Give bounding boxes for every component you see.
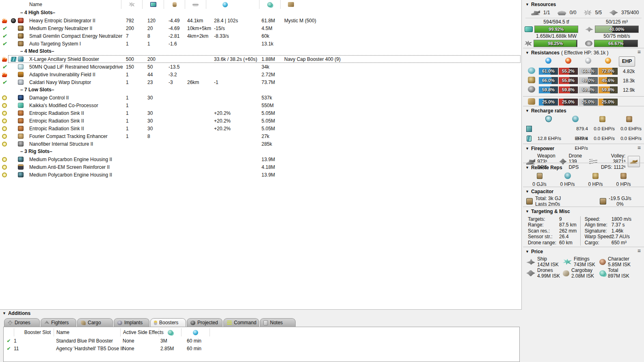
fitting-row[interactable]: Entropic Radiation Sink II130+20.2%5.05M	[0, 117, 521, 125]
collapse-triangle-icon: ▼	[2, 311, 6, 315]
resistances-menu-icon[interactable]: ≡	[638, 49, 641, 55]
booster-slot-column-header[interactable]: Booster Slot	[14, 328, 54, 336]
cpu-value: 50	[142, 64, 164, 70]
remote-armor-icon	[592, 173, 599, 179]
booster-price-column-header[interactable]	[159, 328, 181, 336]
powergrid-column-header[interactable]	[121, 0, 142, 9]
neutralizer-module-icon	[18, 26, 24, 31]
ammo-value: Navy Cap Booster 400 (9)	[280, 56, 521, 62]
active-check-icon[interactable]	[0, 40, 9, 47]
price-label: Character	[608, 256, 629, 262]
fitting-row[interactable]: Nanofiber Internal Structure II285k	[0, 140, 521, 148]
boosters-panel: Booster Slot Name Active Side Effects 1S…	[3, 327, 520, 362]
hardpoints-row: 1/10/05/5375/400	[523, 8, 644, 17]
tab-cargo[interactable]: Cargo	[77, 318, 113, 327]
price-menu-icon[interactable]: ≡	[638, 248, 641, 254]
booster-row[interactable]: 11Agency 'Hardshell' TB5 Dose IINone2.85…	[4, 345, 519, 352]
active-check-icon[interactable]	[0, 32, 9, 40]
targeting-stat: Signature:1.46k	[585, 228, 644, 234]
fitting-row[interactable]: Auto Targeting System I11-1.613.1k	[0, 40, 521, 47]
capacitor-header[interactable]: ▼Capacitor	[523, 187, 644, 195]
resistances-header[interactable]: ▼ Resistances ( Effective HP: 36.1k ) ≡	[523, 48, 644, 56]
booster-side-effects-column-header[interactable]: Active Side Effects	[120, 328, 159, 336]
recharge-value: 879.4 EHP/s	[562, 134, 589, 143]
passive-ring-icon[interactable]	[0, 125, 9, 132]
name-column-header[interactable]: Name	[28, 0, 121, 9]
fitting-row[interactable]: Medium Energy Neutralizer II20020-4.6910…	[0, 24, 521, 32]
fitting-row[interactable]: Entropic Radiation Sink II130+20.2%5.05M	[0, 125, 521, 132]
powergrid-value: 792	[121, 18, 142, 24]
cpu-value: 120	[142, 18, 164, 24]
fitting-row[interactable]: X-Large Ancillary Shield Booster50020033…	[0, 55, 521, 63]
fitting-row[interactable]: Fourier Compact Tracking Enhancer1827k	[0, 132, 521, 140]
passive-ring-icon[interactable]	[0, 94, 9, 101]
active-check-icon[interactable]	[0, 63, 9, 71]
additions-header[interactable]: ▼ Additions	[2, 310, 30, 316]
fitting-row[interactable]: Caldari Navy Warp Disruptor123-326km-173…	[0, 78, 521, 86]
ehp-toggle-button[interactable]: EHP	[619, 56, 635, 67]
dronebay-usage-label: 50/125 m³	[595, 19, 639, 25]
shield-resist-bar: 72.0%	[599, 68, 618, 75]
powergrid-value: 1	[121, 95, 142, 101]
firepower-menu-icon[interactable]: ≡	[638, 145, 641, 151]
price-header[interactable]: ▼Price≡	[523, 247, 644, 255]
fitting-row[interactable]: Kaikka's Modified Co-Processor1550M	[0, 101, 521, 109]
ammo-column-header[interactable]	[280, 0, 521, 9]
hull-resist-value: 59.8%	[559, 86, 578, 93]
passive-ring-icon[interactable]	[0, 155, 9, 163]
passive-ring-icon[interactable]	[0, 117, 9, 125]
price-column-header[interactable]	[259, 0, 280, 9]
passive-ring-icon[interactable]	[0, 132, 9, 140]
tab-boosters[interactable]: Boosters	[150, 318, 186, 327]
active-check-icon[interactable]	[0, 24, 9, 32]
remote-reps-header[interactable]: ▼Remote Reps	[523, 163, 644, 171]
tab-drones[interactable]: Drones	[4, 318, 40, 327]
shield-booster-module-icon	[18, 56, 24, 62]
recharge-section: ▼Recharge rates 879.4 EHP/s0.0 EHP/s0.0 …	[523, 106, 644, 144]
range-value: 26km	[185, 80, 206, 85]
cap-use-value: -4.49	[164, 18, 185, 24]
resources-header[interactable]: ▼Resources	[523, 0, 644, 8]
booster-row[interactable]: 1Standard Blue Pill BoosterNone3M60 min	[4, 337, 519, 345]
fitting-row[interactable]: Damage Control II130537k	[0, 94, 521, 101]
booster-duration-column-header[interactable]	[181, 328, 210, 336]
fitting-rows: – 4 High Slots–Heavy Entropic Disintegra…	[0, 9, 521, 179]
fitting-row[interactable]: Entropic Radiation Sink II130+20.2%5.05M	[0, 109, 521, 117]
tab-projected[interactable]: Projected	[187, 318, 223, 327]
capacitor-column-header[interactable]	[164, 0, 185, 9]
recharge-header[interactable]: ▼Recharge rates	[523, 106, 644, 114]
fitting-row[interactable]: Small Gremlin Compact Energy Neutralizer…	[0, 32, 521, 40]
overheat-flame-icon[interactable]	[0, 55, 9, 63]
passive-ring-icon[interactable]	[0, 171, 9, 179]
range-column-header[interactable]	[185, 0, 206, 9]
targeting-misc-header[interactable]: ▼Targeting & Misc	[523, 207, 644, 215]
cpu-value: 8	[142, 33, 164, 39]
fitting-row[interactable]: Medium Polycarbon Engine Housing II13.9M	[0, 155, 521, 163]
tab-fighters[interactable]: Fighters	[41, 318, 76, 327]
fitting-row[interactable]: Adaptive Invulnerability Field II144-3.2…	[0, 71, 521, 78]
cpu-column-header[interactable]	[142, 0, 164, 9]
bandwidth-usage-bar: 66.67%	[594, 40, 638, 47]
overheat-flame-icon[interactable]	[0, 17, 9, 24]
em-damage-icon	[545, 58, 551, 64]
fitting-row[interactable]: 50MN Quad LiF Restrained Microwarpdrive1…	[0, 63, 521, 71]
price-value: 550M	[259, 103, 280, 108]
tab-implants[interactable]: Implants	[114, 318, 149, 327]
active-check-icon	[4, 346, 14, 351]
passive-ring-icon[interactable]	[0, 109, 9, 117]
passive-ring-icon[interactable]	[0, 101, 9, 109]
firepower-header[interactable]: ▼Firepower≡	[523, 144, 644, 152]
booster-duration: 60 min	[181, 338, 210, 344]
active-check-icon[interactable]	[0, 78, 9, 86]
stat-label: Targets:	[528, 216, 559, 222]
tab-command[interactable]: Command	[223, 318, 259, 327]
misc-column-header[interactable]	[206, 0, 259, 9]
passive-ring-icon[interactable]	[0, 140, 9, 148]
booster-name-column-header[interactable]: Name	[54, 328, 120, 336]
fitting-row[interactable]: Medium Anti-EM Screen Reinforcer II4.18M	[0, 163, 521, 171]
fitting-row[interactable]: Medium Polycarbon Engine Housing II13.9M	[0, 171, 521, 179]
fitting-row[interactable]: Heavy Entropic Disintegrator II792120-4.…	[0, 17, 521, 24]
passive-ring-icon[interactable]	[0, 163, 9, 171]
overheat-flame-icon[interactable]	[0, 71, 9, 78]
tab-notes[interactable]: Notes	[260, 318, 296, 327]
